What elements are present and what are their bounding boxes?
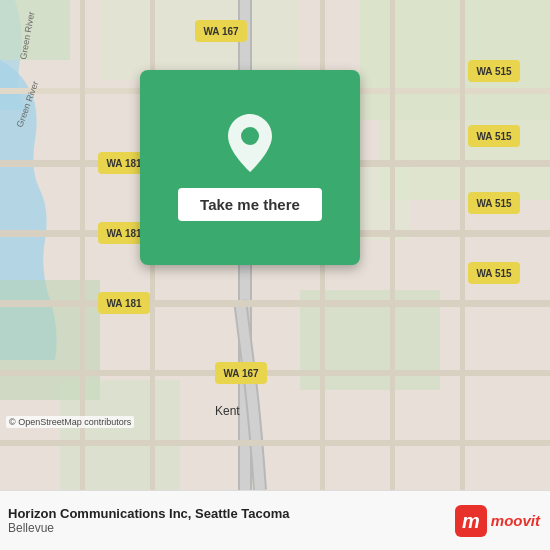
osm-attribution: © OpenStreetMap contributors: [6, 416, 134, 428]
location-info: Horizon Communications Inc, Seattle Taco…: [8, 506, 289, 535]
svg-text:WA 167: WA 167: [223, 368, 259, 379]
moovit-logo: m moovit: [455, 505, 540, 537]
city-label: Kent: [215, 404, 240, 418]
svg-rect-6: [60, 380, 180, 490]
svg-text:WA 515: WA 515: [476, 198, 512, 209]
svg-text:WA 181: WA 181: [106, 158, 142, 169]
moovit-icon: m: [455, 505, 487, 537]
take-me-there-button[interactable]: Take me there: [178, 188, 322, 221]
bottom-bar: Horizon Communications Inc, Seattle Taco…: [0, 490, 550, 550]
svg-rect-1: [0, 0, 70, 60]
svg-text:WA 181: WA 181: [106, 228, 142, 239]
location-pin-icon: [225, 114, 275, 174]
moovit-text: moovit: [491, 512, 540, 529]
map-card: Take me there: [140, 70, 360, 265]
svg-rect-2: [360, 0, 550, 120]
svg-text:WA 515: WA 515: [476, 268, 512, 279]
location-title: Horizon Communications Inc, Seattle Taco…: [8, 506, 289, 521]
map-container: WA 167 WA 181 WA 181 WA 181 WA 167 WA 51…: [0, 0, 550, 490]
svg-rect-20: [390, 0, 395, 490]
svg-text:WA 515: WA 515: [476, 131, 512, 142]
location-subtitle: Bellevue: [8, 521, 289, 535]
svg-rect-21: [460, 0, 465, 490]
svg-text:WA 167: WA 167: [203, 26, 239, 37]
svg-text:m: m: [462, 510, 480, 532]
svg-text:WA 515: WA 515: [476, 66, 512, 77]
svg-point-42: [241, 127, 259, 145]
svg-text:WA 181: WA 181: [106, 298, 142, 309]
